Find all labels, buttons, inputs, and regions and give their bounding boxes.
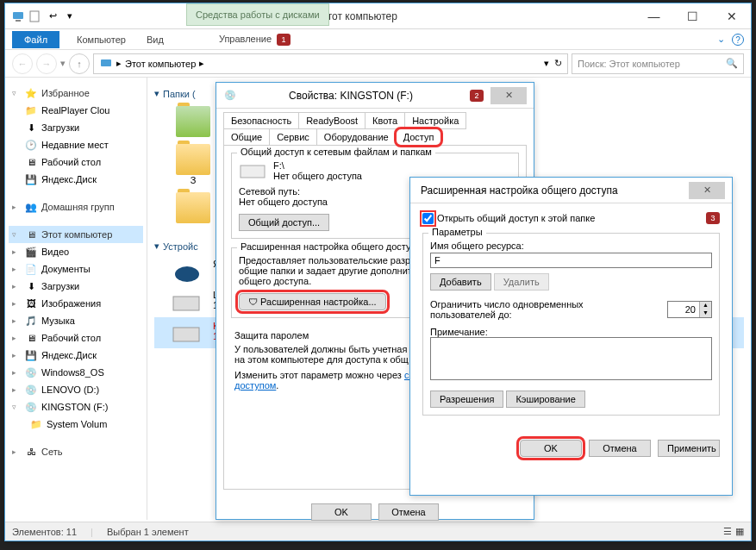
ribbon-tab-computer[interactable]: Компьютер [66, 31, 136, 48]
titlebar: ↩ ▾ Средства работы с дисками Этот компь… [5, 3, 751, 29]
tab-tools[interactable]: Сервис [269, 128, 317, 146]
props-icon[interactable] [28, 9, 43, 24]
svg-rect-0 [13, 12, 23, 19]
search-icon: 🔍 [726, 58, 738, 69]
desktop-icon: 🖥 [24, 155, 38, 169]
share-button[interactable]: Общий доступ... [239, 214, 329, 231]
ribbon-tab-view[interactable]: Вид [136, 31, 174, 48]
folder-icon: 📁 [29, 417, 43, 431]
apply-button[interactable]: Применить [658, 440, 720, 457]
pc-icon: 🖥 [24, 228, 38, 241]
undo-icon[interactable]: ↩ [45, 9, 60, 24]
folder-icon [176, 144, 210, 175]
tree-item[interactable]: ▸💾Яндекс.Диск [9, 347, 143, 364]
add-button[interactable]: Добавить [430, 273, 491, 291]
drive-icon: 💿 [24, 366, 38, 379]
drive-icon [172, 290, 203, 314]
tree-item[interactable]: ▸🖼Изображения [9, 295, 143, 312]
tree-network[interactable]: ▸🖧Сеть [9, 443, 143, 460]
tree-item[interactable]: 🕑Недавние мест [9, 136, 143, 153]
advanced-settings-button[interactable]: 🛡 Расширенная настройка... [239, 293, 386, 310]
cancel-button[interactable]: Отмена [378, 503, 439, 521]
spin-up[interactable]: ▲ [699, 302, 711, 309]
tree-item[interactable]: 📁RealPlayer Clou [9, 102, 143, 119]
star-icon: ⭐ [24, 86, 38, 100]
dialog-titlebar: Расширенная настройка общего доступа ✕ [410, 178, 732, 203]
params-fieldset: Параметры Имя общего ресурса: Добавить У… [422, 233, 720, 416]
refresh-icon[interactable]: ↻ [554, 58, 562, 69]
tree-item[interactable]: 🖥Рабочий стол [9, 153, 143, 171]
permissions-button[interactable]: Разрешения [430, 391, 503, 408]
caching-button[interactable]: Кэширование [506, 391, 584, 408]
breadcrumb-arrow[interactable]: ▸ [116, 58, 122, 69]
share-folder-checkbox[interactable] [422, 213, 434, 224]
tree-item[interactable]: ▸🎵Музыка [9, 312, 143, 329]
tree-item[interactable]: ▸💿Windows8_OS [9, 364, 143, 381]
tree-item[interactable]: ▸💿LENOVO (D:) [9, 381, 143, 398]
tab-general[interactable]: Общие [223, 128, 270, 146]
breadcrumb-dropdown-icon[interactable]: ▾ [544, 58, 549, 69]
tab-quota[interactable]: Квота [365, 112, 405, 129]
breadcrumb-arrow[interactable]: ▸ [199, 58, 204, 69]
tab-sharing[interactable]: Доступ [396, 128, 442, 146]
share-status: Нет общего доступа [273, 171, 362, 181]
cancel-button[interactable]: Отмена [589, 440, 651, 457]
tab-security[interactable]: Безопасность [223, 112, 299, 129]
folder-icon [176, 106, 210, 137]
search-input[interactable]: Поиск: Этот компьютер 🔍 [572, 53, 744, 74]
nav-back[interactable]: ← [12, 53, 33, 74]
ribbon-tab-manage[interactable]: Управление1 [209, 30, 301, 49]
nav-forward[interactable]: → [36, 53, 57, 74]
ok-button[interactable]: OK [311, 503, 372, 521]
tab-customize[interactable]: Настройка [404, 112, 466, 129]
share-name-input[interactable] [430, 253, 712, 268]
help-icon[interactable]: ? [732, 34, 744, 46]
badge-2: 2 [470, 90, 484, 102]
maximize-button[interactable]: ☐ [673, 5, 712, 27]
network-icon: 🖧 [24, 445, 38, 459]
close-button[interactable]: ✕ [490, 87, 527, 104]
folder-item[interactable] [172, 106, 215, 137]
dropdown-icon[interactable]: ▾ [62, 9, 78, 24]
remove-button[interactable]: Удалить [494, 273, 549, 291]
tree-this-pc[interactable]: ▿🖥Этот компьютер [9, 226, 143, 243]
note-textarea[interactable] [430, 337, 712, 380]
ribbon-tabs: Файл Компьютер Вид Управление1 ⌄ ? [5, 29, 751, 50]
minimize-button[interactable]: — [634, 5, 673, 27]
ok-button[interactable]: OK [520, 440, 582, 457]
view-icons-icon[interactable]: ▦ [735, 526, 744, 537]
svg-rect-2 [30, 11, 39, 22]
spin-down[interactable]: ▼ [699, 309, 711, 317]
cloud-icon [172, 259, 203, 283]
tree-item[interactable]: ⬇Загрузки [9, 119, 143, 136]
tab-readyboost[interactable]: ReadyBoost [298, 112, 366, 129]
file-tab[interactable]: Файл [12, 31, 59, 48]
tabs: Безопасность ReadyBoost Квота Настройка … [216, 109, 534, 145]
chevron-down-icon[interactable]: ⌄ [717, 34, 725, 45]
tree-homegroup[interactable]: ▸👥Домашняя групп [9, 198, 143, 216]
tree-item[interactable]: 📁System Volum [9, 416, 143, 433]
user-limit-spinner[interactable]: ▲▼ [667, 301, 712, 318]
user-limit-input[interactable] [668, 302, 699, 317]
folder-item[interactable]: З [172, 144, 215, 185]
tree-item[interactable]: ▸🎬Видео [9, 243, 143, 260]
close-button[interactable]: ✕ [712, 5, 751, 27]
tree-item[interactable]: ▸📄Документы [9, 260, 143, 278]
advanced-sharing-dialog: Расширенная настройка общего доступа ✕ О… [409, 177, 733, 496]
disk-tools-context-tab[interactable]: Средства работы с дисками [186, 3, 329, 26]
folder-item[interactable] [172, 192, 215, 223]
tab-hardware[interactable]: Оборудование [316, 128, 397, 146]
nav-up[interactable]: ↑ [69, 53, 90, 74]
breadcrumb[interactable]: ▸ Этот компьютер ▸ ▾ ↻ [93, 53, 568, 74]
tree-item[interactable]: ▸⬇Загрузки [9, 278, 143, 295]
tree-item[interactable]: ▸🖥Рабочий стол [9, 329, 143, 347]
note-label: Примечание: [430, 327, 712, 337]
view-details-icon[interactable]: ☰ [723, 526, 732, 537]
tree-item[interactable]: 💾Яндекс.Диск [9, 171, 143, 188]
tree-favorites[interactable]: ▿⭐Избранное [9, 84, 143, 102]
nav-recent-icon[interactable]: ▾ [60, 58, 66, 69]
breadcrumb-item[interactable]: Этот компьютер [125, 59, 196, 69]
close-button[interactable]: ✕ [689, 182, 725, 199]
svg-rect-1 [16, 20, 21, 22]
tree-item[interactable]: ▿💿KINGSTON (F:) [9, 398, 143, 416]
